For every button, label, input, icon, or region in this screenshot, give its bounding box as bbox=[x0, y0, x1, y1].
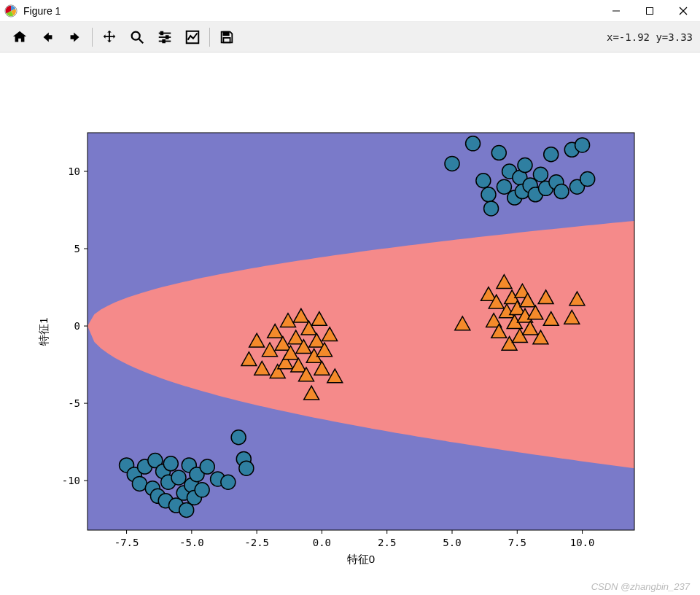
forward-button[interactable] bbox=[61, 23, 89, 51]
svg-text:特征1: 特征1 bbox=[37, 317, 50, 345]
plot-area[interactable]: -7.5-5.0-2.50.02.55.07.510.0-10-50510特征0… bbox=[0, 52, 700, 595]
svg-text:0.0: 0.0 bbox=[313, 537, 331, 548]
svg-point-61 bbox=[171, 470, 186, 485]
svg-point-91 bbox=[544, 147, 559, 162]
svg-text:7.5: 7.5 bbox=[508, 537, 526, 548]
svg-point-93 bbox=[554, 184, 569, 199]
svg-point-80 bbox=[491, 146, 506, 160]
configure-button[interactable] bbox=[151, 23, 179, 51]
svg-rect-13 bbox=[166, 36, 168, 39]
svg-rect-5 bbox=[47, 35, 52, 39]
svg-point-77 bbox=[476, 174, 491, 188]
svg-point-72 bbox=[231, 430, 246, 445]
svg-point-79 bbox=[484, 201, 499, 216]
svg-text:特征0: 特征0 bbox=[347, 553, 375, 565]
svg-text:-7.5: -7.5 bbox=[114, 537, 139, 548]
window-title-bar: Figure 1 bbox=[0, 0, 700, 22]
window-title: Figure 1 bbox=[23, 5, 599, 17]
svg-text:0: 0 bbox=[74, 320, 80, 332]
pan-button[interactable] bbox=[96, 23, 123, 51]
scatter-plot[interactable]: -7.5-5.0-2.50.02.55.07.510.0-10-50510特征0… bbox=[0, 52, 700, 585]
save-button[interactable] bbox=[213, 23, 241, 51]
edit-axes-button[interactable] bbox=[179, 23, 206, 51]
svg-point-78 bbox=[481, 187, 496, 202]
svg-point-74 bbox=[239, 461, 254, 475]
svg-point-89 bbox=[533, 167, 548, 182]
svg-point-96 bbox=[575, 138, 590, 152]
toolbar: x=-1.92 y=3.33 bbox=[0, 22, 700, 52]
coord-readout: x=-1.92 y=3.33 bbox=[607, 31, 693, 43]
zoom-button[interactable] bbox=[123, 23, 151, 51]
window-controls bbox=[599, 0, 700, 22]
svg-line-8 bbox=[139, 39, 144, 43]
svg-text:-5.0: -5.0 bbox=[179, 537, 204, 548]
svg-text:-5: -5 bbox=[68, 397, 80, 409]
svg-rect-14 bbox=[163, 39, 165, 42]
svg-rect-16 bbox=[223, 31, 228, 35]
svg-rect-12 bbox=[161, 31, 163, 34]
svg-point-51 bbox=[132, 476, 147, 491]
svg-point-76 bbox=[466, 136, 481, 151]
home-button[interactable] bbox=[6, 23, 34, 51]
svg-point-97 bbox=[580, 172, 595, 187]
svg-point-86 bbox=[518, 158, 532, 173]
svg-point-7 bbox=[132, 31, 140, 39]
close-button[interactable] bbox=[666, 0, 700, 22]
minimize-button[interactable] bbox=[599, 0, 633, 22]
svg-point-68 bbox=[195, 483, 209, 497]
back-button[interactable] bbox=[34, 23, 61, 51]
app-icon bbox=[4, 4, 18, 18]
svg-rect-17 bbox=[223, 37, 230, 42]
svg-point-69 bbox=[200, 459, 214, 474]
svg-text:5: 5 bbox=[74, 243, 80, 254]
svg-text:2.5: 2.5 bbox=[378, 537, 396, 548]
svg-text:-10: -10 bbox=[62, 475, 80, 486]
svg-text:5.0: 5.0 bbox=[443, 537, 461, 548]
toolbar-separator bbox=[209, 28, 210, 47]
svg-text:-2.5: -2.5 bbox=[244, 537, 269, 548]
svg-point-71 bbox=[221, 475, 236, 489]
svg-text:10: 10 bbox=[68, 166, 80, 177]
maximize-button[interactable] bbox=[633, 0, 666, 22]
svg-rect-2 bbox=[647, 7, 653, 14]
svg-rect-6 bbox=[71, 35, 75, 39]
svg-point-75 bbox=[445, 156, 459, 171]
toolbar-separator bbox=[92, 28, 93, 47]
svg-point-59 bbox=[163, 456, 178, 471]
svg-text:10.0: 10.0 bbox=[570, 537, 595, 548]
